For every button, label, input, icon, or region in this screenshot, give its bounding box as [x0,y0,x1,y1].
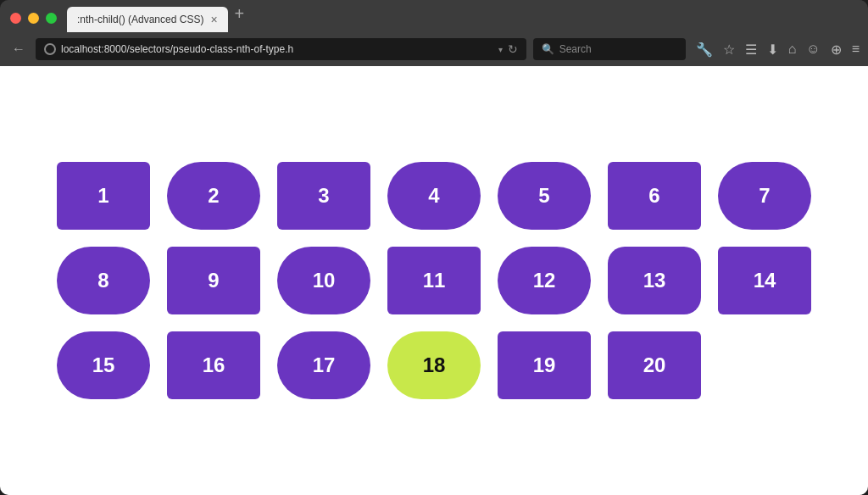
home-icon[interactable]: ⌂ [788,42,797,57]
number-box-8[interactable]: 8 [57,247,150,314]
number-grid: 1234567891011121314151617181920 [23,128,845,433]
number-box-1[interactable]: 1 [57,162,150,230]
address-bar: ← localhost:8000/selectors/pseudo-class-… [0,32,868,66]
toolbar-icons: 🔧 ☆ ☰ ⬇ ⌂ ☺ ⊕ ≡ [696,42,860,58]
search-icon: 🔍 [542,43,554,55]
number-box-14[interactable]: 14 [718,247,811,314]
globe-icon[interactable]: ⊕ [831,42,842,58]
number-box-4[interactable]: 4 [387,162,481,230]
new-tab-button[interactable]: + [235,4,245,32]
close-button[interactable] [10,13,21,24]
favicon [44,43,56,55]
tab-close-button[interactable]: × [210,13,217,26]
number-box-5[interactable]: 5 [498,162,591,230]
number-box-6[interactable]: 6 [608,162,701,230]
number-box-7[interactable]: 7 [718,162,811,230]
refresh-icon[interactable]: ↻ [508,42,518,56]
tab-title: :nth-child() (Advanced CSS) [77,14,203,25]
number-box-15[interactable]: 15 [57,331,150,399]
number-box-11[interactable]: 11 [387,247,481,314]
url-text: localhost:8000/selectors/pseudo-class-nt… [61,43,493,55]
menu-icon[interactable]: ≡ [852,42,860,57]
wrench-icon[interactable]: 🔧 [696,42,713,58]
search-bar[interactable]: 🔍 Search [533,38,686,60]
browser-window: :nth-child() (Advanced CSS) × + ← localh… [0,0,868,495]
number-box-3[interactable]: 3 [277,162,370,230]
active-tab[interactable]: :nth-child() (Advanced CSS) × [67,7,228,32]
number-box-18[interactable]: 18 [387,331,481,399]
face-icon[interactable]: ☺ [806,42,820,57]
star-icon[interactable]: ☆ [723,42,735,58]
list-icon[interactable]: ☰ [745,42,757,58]
url-bar[interactable]: localhost:8000/selectors/pseudo-class-nt… [36,38,526,60]
number-box-9[interactable]: 9 [167,247,260,314]
title-bar: :nth-child() (Advanced CSS) × + [0,0,868,32]
search-input[interactable]: Search [559,43,592,55]
back-button[interactable]: ← [8,42,29,57]
number-box-16[interactable]: 16 [167,331,260,399]
maximize-button[interactable] [46,13,57,24]
number-box-12[interactable]: 12 [498,247,591,314]
number-box-10[interactable]: 10 [277,247,370,314]
number-box-13[interactable]: 13 [608,247,701,314]
number-box-19[interactable]: 19 [498,331,591,399]
number-box-2[interactable]: 2 [167,162,260,230]
page-content: 1234567891011121314151617181920 [0,66,868,495]
url-dropdown-icon[interactable]: ▾ [498,45,503,54]
download-icon[interactable]: ⬇ [767,42,778,58]
window-controls [10,13,57,32]
number-box-17[interactable]: 17 [277,331,370,399]
minimize-button[interactable] [28,13,39,24]
number-box-20[interactable]: 20 [608,331,701,399]
